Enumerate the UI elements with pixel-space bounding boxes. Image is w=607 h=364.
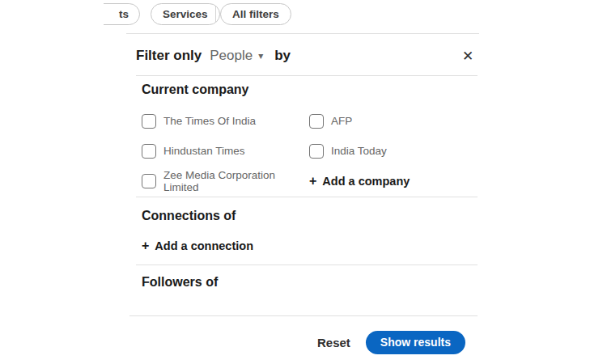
close-icon[interactable]: ✕ <box>456 44 479 67</box>
entity-type-value: People <box>210 48 253 64</box>
company-option-zee-media[interactable]: Zee Media Corporation Limited <box>142 169 309 193</box>
company-option-hindustan-times[interactable]: Hindustan Times <box>142 144 309 159</box>
connections-of-title: Connections of <box>142 209 236 223</box>
followers-of-title: Followers of <box>142 275 218 290</box>
plus-icon: + <box>309 175 316 188</box>
checkbox-icon[interactable] <box>142 114 156 129</box>
company-option-india-today[interactable]: India Today <box>309 144 478 159</box>
filter-pill-services[interactable]: Services <box>151 3 220 25</box>
modal-header: Filter only People ▾ by ✕ <box>136 44 479 67</box>
add-company-label: Add a company <box>322 175 410 188</box>
company-option-label: Zee Media Corporation Limited <box>163 169 309 193</box>
connections-divider <box>136 265 478 265</box>
company-option-afp[interactable]: AFP <box>309 114 478 129</box>
company-option-label: India Today <box>331 145 387 157</box>
add-connection-button[interactable]: + Add a connection <box>142 239 253 252</box>
checkbox-icon[interactable] <box>309 114 324 129</box>
modal-footer: Reset Show results <box>136 328 465 357</box>
filter-pill-partial-clip: ts <box>104 3 140 26</box>
current-company-options: The Times Of India AFP Hindustan Times I… <box>142 106 478 196</box>
current-company-title: Current company <box>142 83 248 97</box>
entity-type-dropdown[interactable]: People ▾ <box>210 48 263 64</box>
plus-icon: + <box>142 239 149 252</box>
company-option-label: The Times Of India <box>163 115 256 127</box>
reset-button[interactable]: Reset <box>316 332 352 353</box>
followers-divider <box>129 315 478 316</box>
caret-down-icon: ▾ <box>258 51 263 61</box>
checkbox-icon[interactable] <box>142 174 156 188</box>
filter-pill-all-filters[interactable]: All filters <box>220 3 291 25</box>
company-option-label: Hindustan Times <box>163 145 245 157</box>
add-connection-label: Add a connection <box>155 239 253 252</box>
current-company-divider <box>136 197 478 197</box>
pill-bar-divider <box>215 6 216 23</box>
company-option-times-of-india[interactable]: The Times Of India <box>142 114 309 129</box>
search-filters-screen: ts Services All filters Filter only Peop… <box>0 0 607 364</box>
header-divider <box>136 75 478 76</box>
filter-only-label: Filter only <box>136 48 202 64</box>
add-company-button[interactable]: + Add a company <box>309 175 478 188</box>
filter-pill-partial[interactable]: ts <box>104 3 140 25</box>
show-results-button[interactable]: Show results <box>366 331 465 354</box>
company-option-label: AFP <box>331 115 352 127</box>
checkbox-icon[interactable] <box>309 144 324 159</box>
modal-top-divider <box>126 33 479 34</box>
checkbox-icon[interactable] <box>142 144 156 159</box>
by-label: by <box>274 48 291 64</box>
